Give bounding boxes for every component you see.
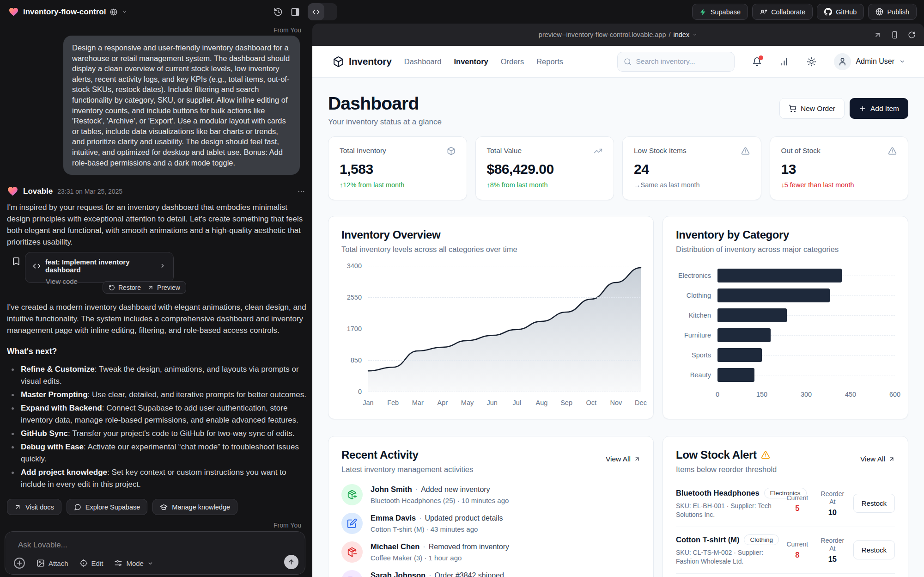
lovable-heart-logo-icon bbox=[8, 6, 19, 17]
code-view-toggle[interactable] bbox=[308, 3, 337, 20]
restore-preview-toolbar: Restore Preview bbox=[103, 281, 186, 294]
bar-chart-icon[interactable] bbox=[779, 57, 789, 67]
preview-button[interactable]: Preview bbox=[147, 284, 180, 291]
dashboard-main: Dashboard Your inventory status at a gla… bbox=[312, 78, 924, 577]
chat-bubble-icon bbox=[74, 503, 81, 511]
list-item: Coffee Maker Kitchen SKU: KT-CM-003 · Su… bbox=[676, 574, 895, 577]
explore-supabase-button[interactable]: Explore Supabase bbox=[67, 499, 148, 515]
mode-button[interactable]: Mode bbox=[114, 559, 153, 567]
x-tick-label: 150 bbox=[756, 391, 767, 398]
edit-icon bbox=[341, 513, 363, 534]
restock-button[interactable]: Restock bbox=[853, 494, 895, 513]
bar-row: Sports bbox=[676, 348, 895, 362]
supabase-icon bbox=[699, 8, 707, 16]
card-subtitle: Items below reorder threshold bbox=[676, 465, 777, 474]
kpi-value: 24 bbox=[634, 161, 750, 177]
kpi-card-low-stock: Low Stock Items 24 →Same as last month bbox=[622, 136, 761, 200]
card-title: Recent Activity bbox=[341, 448, 473, 461]
bar-row: Beauty bbox=[676, 368, 895, 382]
restock-button[interactable]: Restock bbox=[853, 540, 895, 559]
activity-user: Emma Davis bbox=[371, 514, 416, 522]
history-icon[interactable] bbox=[274, 7, 283, 17]
send-button[interactable] bbox=[284, 555, 298, 569]
category-chip: Clothing bbox=[744, 534, 779, 545]
list-item: Add project knowledge: Set key context o… bbox=[7, 467, 306, 491]
kpi-delta: ↓5 fewer than last month bbox=[781, 181, 897, 189]
add-item-button[interactable]: Add Item bbox=[850, 98, 908, 119]
preview-controls bbox=[874, 24, 916, 46]
assistant-intro-paragraph: I'm inspired by your request for an inve… bbox=[7, 202, 307, 248]
list-item: Michael Chen·Removed from inventory Coff… bbox=[341, 541, 640, 563]
category-bar bbox=[717, 269, 842, 282]
publish-button[interactable]: Publish bbox=[868, 4, 917, 20]
edit-button[interactable]: Edit bbox=[79, 559, 103, 567]
open-external-icon[interactable] bbox=[874, 31, 881, 39]
commit-card[interactable]: feat: Implement inventory dashboard View… bbox=[25, 252, 174, 283]
list-item: Emma Davis·Updated product details Cotto… bbox=[341, 513, 640, 534]
y-tick-label: 2550 bbox=[347, 294, 362, 301]
notification-dot bbox=[759, 55, 763, 60]
supabase-button[interactable]: Supabase bbox=[692, 4, 748, 20]
activity-user: John Smith bbox=[371, 485, 412, 493]
github-button[interactable]: GitHub bbox=[817, 4, 864, 20]
nav-dashboard[interactable]: Dashboard bbox=[404, 57, 442, 66]
view-all-link[interactable]: View All bbox=[606, 455, 640, 463]
manage-knowledge-button[interactable]: Manage knowledge bbox=[152, 499, 237, 515]
nav-reports[interactable]: Reports bbox=[536, 57, 563, 66]
nav-inventory[interactable]: Inventory bbox=[454, 57, 488, 66]
list-item: Master Prompting: Use clear, detailed, a… bbox=[7, 389, 306, 401]
nav-orders[interactable]: Orders bbox=[501, 57, 524, 66]
list-item: Debug with Ease: Activate our experiment… bbox=[7, 441, 306, 465]
attach-button[interactable]: Attach bbox=[36, 559, 68, 567]
x-tick-label: 0 bbox=[716, 391, 719, 398]
preview-url[interactable]: preview--inventory-flow-control.lovable.… bbox=[539, 31, 698, 38]
x-tick-label: Feb bbox=[387, 399, 399, 406]
x-tick-label: Nov bbox=[610, 399, 622, 406]
activity-user: Michael Chen bbox=[371, 542, 419, 551]
category-bar bbox=[717, 328, 771, 342]
refresh-icon[interactable] bbox=[908, 31, 916, 39]
external-link-icon bbox=[634, 456, 640, 462]
activity-list: John Smith·Added new inventory Bluetooth… bbox=[341, 484, 640, 577]
external-link-icon bbox=[888, 456, 895, 462]
view-all-link[interactable]: View All bbox=[860, 455, 895, 463]
y-tick-label: 0 bbox=[358, 388, 362, 395]
project-selector[interactable]: inventory-flow-control bbox=[8, 6, 128, 17]
list-item: Bluetooth Headphones Electronics SKU: EL… bbox=[676, 480, 895, 527]
plus-icon bbox=[859, 105, 866, 112]
message-menu-icon[interactable] bbox=[297, 187, 305, 196]
recent-activity-card: Recent Activity Latest inventory managem… bbox=[328, 436, 654, 577]
user-menu[interactable]: Admin User bbox=[834, 53, 906, 70]
chevron-right-icon bbox=[159, 263, 166, 269]
overview-line-chart: 3400255017008500 bbox=[341, 266, 640, 392]
bookmark-icon[interactable] bbox=[12, 257, 21, 266]
chat-input-placeholder: Ask Lovable... bbox=[18, 540, 67, 550]
app-brand[interactable]: Inventory bbox=[333, 56, 392, 68]
package-minus-icon bbox=[341, 541, 363, 563]
mobile-view-icon[interactable] bbox=[891, 31, 899, 39]
x-tick-label: Apr bbox=[438, 399, 448, 406]
user-message-bubble: Design a responsive and user-friendly in… bbox=[63, 36, 300, 175]
notifications-bell-icon[interactable] bbox=[752, 57, 762, 67]
new-order-button[interactable]: New Order bbox=[779, 98, 845, 119]
nav-links: Dashboard Inventory Orders Reports bbox=[404, 57, 563, 66]
add-button[interactable] bbox=[13, 557, 25, 569]
x-tick-label: Oct bbox=[586, 399, 596, 406]
code-icon bbox=[308, 3, 324, 20]
collaborate-button[interactable]: Collaborate bbox=[752, 4, 813, 20]
user-name: Admin User bbox=[856, 57, 894, 66]
activity-action: Removed from inventory bbox=[429, 543, 509, 551]
list-item: Sarah Johnson·Order #3842 shipped Desk L… bbox=[341, 570, 640, 577]
chat-input[interactable]: Ask Lovable... Attach Edit bbox=[5, 531, 305, 575]
theme-sun-icon[interactable] bbox=[807, 57, 816, 67]
panel-right-icon[interactable] bbox=[291, 7, 300, 17]
card-title: Low Stock Alert bbox=[676, 448, 756, 461]
search-input[interactable]: Search inventory... bbox=[617, 52, 735, 72]
github-icon bbox=[824, 8, 832, 16]
bottom-row: Recent Activity Latest inventory managem… bbox=[328, 436, 908, 577]
visit-docs-button[interactable]: Visit docs bbox=[7, 499, 61, 515]
alert-triangle-icon bbox=[888, 147, 897, 155]
page-title: Dashboard bbox=[328, 94, 442, 113]
restore-button[interactable]: Restore bbox=[109, 284, 141, 291]
external-link-icon bbox=[147, 284, 154, 291]
